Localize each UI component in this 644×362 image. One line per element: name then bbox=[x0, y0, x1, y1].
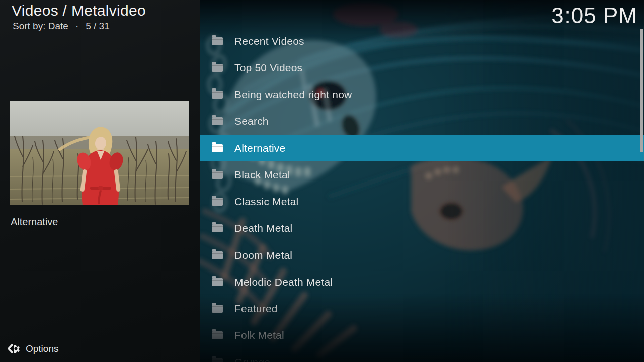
list-row[interactable]: Classic Metal bbox=[200, 189, 644, 215]
sort-status: Sort by: Date · 5 / 31 bbox=[13, 21, 110, 32]
options-label: Options bbox=[26, 343, 58, 354]
left-info-panel: Videos / Metalvideo Sort by: Date · 5 / … bbox=[0, 0, 200, 362]
list-row[interactable]: Death Metal bbox=[200, 215, 644, 242]
list-row[interactable]: Featured bbox=[200, 296, 644, 322]
scrollbar-thumb[interactable] bbox=[640, 29, 643, 152]
list-row[interactable]: Doom Metal bbox=[200, 242, 644, 268]
folder-icon bbox=[212, 64, 223, 72]
item-position: 5 / 31 bbox=[86, 21, 110, 32]
list-row[interactable]: Top 50 Videos bbox=[200, 54, 644, 81]
list-row-label: Classic Metal bbox=[234, 196, 298, 208]
list-row[interactable]: Search bbox=[200, 108, 644, 135]
folder-icon bbox=[212, 358, 223, 362]
folder-icon bbox=[212, 224, 223, 232]
folder-icon bbox=[212, 278, 223, 286]
list-row-label: Being watched right now bbox=[234, 88, 352, 101]
clock: 3:05 PM bbox=[551, 3, 637, 28]
separator-dot: · bbox=[75, 21, 78, 32]
list-row[interactable]: Being watched right now bbox=[200, 81, 644, 108]
folder-icon bbox=[212, 171, 223, 179]
list-row-label: Featured bbox=[234, 303, 278, 315]
folder-icon bbox=[212, 90, 223, 99]
folder-icon bbox=[212, 117, 223, 125]
list-row-label: Melodic Death Metal bbox=[234, 276, 333, 288]
thumbnail-image bbox=[10, 101, 189, 205]
list-row-label: Search bbox=[234, 115, 269, 127]
breadcrumb-title: Videos / Metalvideo bbox=[12, 2, 146, 19]
options-button[interactable]: Options bbox=[7, 342, 58, 355]
folder-icon bbox=[212, 198, 223, 206]
media-folder-list: Recent Videos Top 50 Videos Being watche… bbox=[200, 28, 644, 362]
folder-icon bbox=[212, 37, 223, 45]
folder-icon bbox=[212, 251, 223, 259]
list-row-label: Death Metal bbox=[234, 222, 292, 234]
list-row-label: Grunge bbox=[234, 356, 270, 362]
list-row[interactable]: Recent Videos bbox=[200, 28, 644, 54]
sort-by-label: Sort by: Date bbox=[13, 21, 68, 32]
list-row-label: Recent Videos bbox=[234, 35, 304, 47]
folder-icon bbox=[212, 305, 223, 313]
list-row[interactable]: Grunge bbox=[200, 349, 644, 362]
list-row-label: Top 50 Videos bbox=[234, 62, 302, 74]
list-row-label: Alternative bbox=[234, 142, 285, 154]
list-row-label: Doom Metal bbox=[234, 249, 292, 261]
preview-caption: Alternative bbox=[11, 216, 58, 228]
list-row[interactable]: Folk Metal bbox=[200, 322, 644, 349]
folder-icon bbox=[212, 144, 223, 152]
folder-icon bbox=[212, 331, 223, 339]
list-row[interactable]: Alternative bbox=[200, 135, 644, 161]
preview-thumbnail bbox=[10, 101, 189, 205]
list-row[interactable]: Melodic Death Metal bbox=[200, 268, 644, 295]
options-gear-chevron-icon bbox=[7, 342, 21, 355]
list-row-label: Folk Metal bbox=[234, 329, 284, 341]
list-row[interactable]: Black Metal bbox=[200, 161, 644, 188]
list-row-label: Black Metal bbox=[234, 169, 290, 181]
